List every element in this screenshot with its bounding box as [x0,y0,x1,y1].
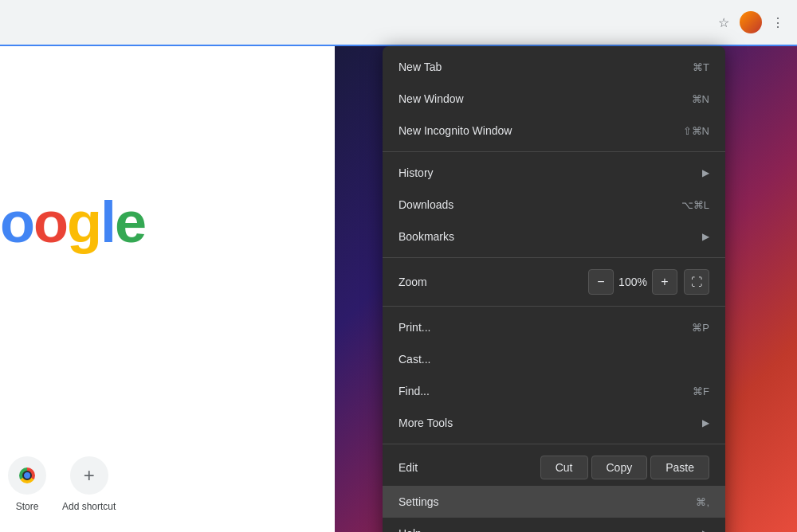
menu-label-settings: Settings [398,495,439,508]
divider-2 [383,257,725,258]
history-arrow-icon: ▶ [702,167,709,178]
add-shortcut-icon: + [70,456,108,495]
edit-buttons: Cut Copy Paste [540,456,709,479]
menu-label-find: Find... [398,385,430,397]
menu-item-incognito[interactable]: New Incognito Window ⇧⌘N [383,115,725,147]
shortcut-add[interactable]: + Add shortcut [62,456,116,512]
zoom-row: Zoom − 100% + ⛶ [383,263,725,301]
zoom-value: 100% [617,276,649,288]
chrome-store-icon [8,456,46,495]
shortcuts-area: Store + Add shortcut [0,436,335,532]
menu-item-history[interactable]: History ▶ [383,157,725,189]
add-shortcut-label: Add shortcut [62,501,116,512]
top-bar: ☆ ⋮ [0,0,797,46]
zoom-controls: − 100% + ⛶ [588,269,709,295]
edit-label: Edit [398,461,418,474]
menu-label-more-tools: More Tools [398,417,453,429]
bookmark-icon: ☆ [718,15,729,30]
shortcut-incognito: ⇧⌘N [683,125,709,137]
divider-4 [383,444,725,444]
logo-letter-o1: o [33,190,67,254]
bookmark-button[interactable]: ☆ [711,10,736,35]
google-logo: oogle [0,190,145,255]
menu-label-cast: Cast... [398,353,430,366]
shortcut-new-window: ⌘N [692,93,709,105]
shortcut-settings: ⌘, [696,496,709,508]
divider-3 [383,306,725,307]
menu-label-incognito: New Incognito Window [398,124,512,137]
zoom-in-button[interactable]: + [652,269,677,295]
menu-item-cast[interactable]: Cast... [383,343,725,375]
menu-item-new-tab[interactable]: New Tab ⌘T [383,51,725,83]
shortcut-downloads: ⌥⌘L [681,199,709,211]
menu-item-print[interactable]: Print... ⌘P [383,311,725,343]
menu-item-settings[interactable]: Settings ⌘, [383,486,725,518]
cut-button[interactable]: Cut [540,456,588,479]
edit-row: Edit Cut Copy Paste [383,449,725,486]
profile-button[interactable] [740,11,762,33]
menu-button[interactable]: ⋮ [765,10,791,35]
menu-label-bookmarks: Bookmarks [398,230,454,243]
more-tools-arrow-icon: ▶ [702,417,709,428]
menu-label-print: Print... [398,321,430,334]
menu-item-downloads[interactable]: Downloads ⌥⌘L [383,189,725,221]
menu-label-history: History [398,166,434,179]
menu-item-help[interactable]: Help ▶ [383,518,725,532]
menu-label-new-window: New Window [398,92,464,105]
logo-letter-o2: g [67,190,100,254]
menu-item-more-tools[interactable]: More Tools ▶ [383,407,725,439]
menu-label-downloads: Downloads [398,198,453,211]
dropdown-menu: New Tab ⌘T New Window ⌘N New Incognito W… [383,46,725,532]
divider-1 [383,151,725,152]
top-bar-right: ☆ ⋮ [711,10,791,35]
zoom-out-button[interactable]: − [588,269,614,295]
page-content: oogle Store + Add shortcut [0,46,335,532]
logo-letter-g2: l [100,190,115,254]
menu-item-bookmarks[interactable]: Bookmarks ▶ [383,221,725,252]
menu-label-new-tab: New Tab [398,61,442,73]
shortcut-print: ⌘P [692,322,709,334]
copy-button[interactable]: Copy [591,456,648,479]
menu-label-help: Help [398,527,422,532]
shortcut-new-tab: ⌘T [693,61,709,73]
menu-item-find[interactable]: Find... ⌘F [383,375,725,407]
fullscreen-icon: ⛶ [691,276,702,288]
shortcut-find: ⌘F [693,385,709,397]
logo-letter-g: o [0,190,33,254]
chrome-store-label: Store [16,501,39,512]
bookmarks-arrow-icon: ▶ [702,231,709,242]
fullscreen-button[interactable]: ⛶ [684,269,709,295]
shortcut-chrome-store[interactable]: Store [8,456,46,512]
plus-icon: + [84,464,95,487]
menu-icon: ⋮ [771,15,784,30]
paste-button[interactable]: Paste [650,456,709,479]
menu-item-new-window[interactable]: New Window ⌘N [383,83,725,115]
zoom-label: Zoom [398,276,427,288]
logo-letter-l: e [115,190,145,254]
help-arrow-icon: ▶ [702,528,709,532]
